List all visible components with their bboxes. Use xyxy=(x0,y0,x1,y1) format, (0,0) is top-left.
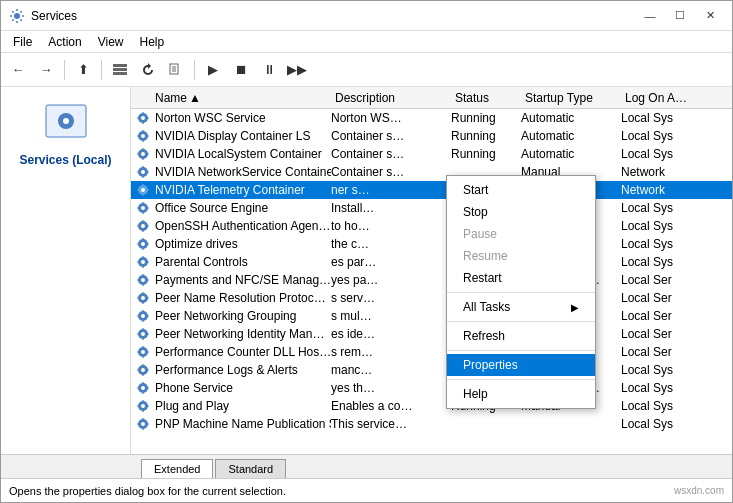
window-controls: — ☐ ✕ xyxy=(636,5,724,27)
service-icon xyxy=(135,326,151,342)
col-header-logon[interactable]: Log On A… xyxy=(625,91,705,105)
window-icon xyxy=(9,8,25,24)
stop-button[interactable]: ⏹ xyxy=(228,57,254,83)
col-header-status[interactable]: Status xyxy=(455,91,525,105)
table-row[interactable]: NVIDIA LocalSystem Container Container s… xyxy=(131,145,732,163)
sidebar: Services (Local) xyxy=(1,87,131,454)
table-row[interactable]: Norton WSC Service Norton WS… Running Au… xyxy=(131,109,732,127)
row-name-text: PNP Machine Name Publication Service xyxy=(155,417,331,431)
svg-point-26 xyxy=(141,242,145,246)
context-menu-item-label: Pause xyxy=(463,227,497,241)
minimize-button[interactable]: — xyxy=(636,5,664,27)
row-logon: Local Sys xyxy=(621,111,701,125)
table-row[interactable]: Phone Service yes th… Manual (Trig… Loca… xyxy=(131,379,732,397)
svg-point-12 xyxy=(141,116,145,120)
menu-help[interactable]: Help xyxy=(132,33,173,51)
col-desc-label: Description xyxy=(335,91,395,105)
service-icon xyxy=(135,272,151,288)
table-row[interactable]: Office Source Engine Install… Manual Loc… xyxy=(131,199,732,217)
row-logon: Local Sys xyxy=(621,417,701,431)
table-row[interactable]: NVIDIA NetworkService Container Containe… xyxy=(131,163,732,181)
export-button[interactable] xyxy=(163,57,189,83)
service-icon xyxy=(135,164,151,180)
status-bar: Opens the properties dialog box for the … xyxy=(1,478,732,502)
forward-button[interactable]: → xyxy=(33,57,59,83)
table-row[interactable]: Payments and NFC/SE Manag… yes pa… Runni… xyxy=(131,271,732,289)
context-menu-item-all-tasks[interactable]: All Tasks▶ xyxy=(447,296,595,318)
close-button[interactable]: ✕ xyxy=(696,5,724,27)
table-row[interactable]: Performance Counter DLL Hos… s rem… Manu… xyxy=(131,343,732,361)
context-menu-item-stop[interactable]: Stop xyxy=(447,201,595,223)
row-desc: s rem… xyxy=(331,345,451,359)
restart-button[interactable]: ▶▶ xyxy=(284,57,310,83)
row-status: Running xyxy=(451,147,521,161)
svg-point-22 xyxy=(141,206,145,210)
context-menu-separator xyxy=(447,379,595,380)
menu-action[interactable]: Action xyxy=(40,33,89,51)
row-logon: Local Ser xyxy=(621,327,701,341)
context-menu-item-help[interactable]: Help xyxy=(447,383,595,405)
back-button[interactable]: ← xyxy=(5,57,31,83)
toolbar: ← → ⬆ ▶ ⏹ ⏸ ▶▶ xyxy=(1,53,732,87)
maximize-button[interactable]: ☐ xyxy=(666,5,694,27)
row-logon: Local Sys xyxy=(621,255,701,269)
menu-file[interactable]: File xyxy=(5,33,40,51)
row-logon: Local Ser xyxy=(621,291,701,305)
svg-point-34 xyxy=(141,314,145,318)
row-logon: Local Sys xyxy=(621,129,701,143)
service-icon xyxy=(135,182,151,198)
row-name: PNP Machine Name Publication Service xyxy=(135,416,331,432)
table-row[interactable]: Peer Networking Grouping s mul… Manual L… xyxy=(131,307,732,325)
table-row[interactable]: Parental Controls es par… Manual Local S… xyxy=(131,253,732,271)
row-name: Peer Networking Identity Man… xyxy=(135,326,331,342)
row-desc: the c… xyxy=(331,237,451,251)
row-name: Parental Controls xyxy=(135,254,331,270)
row-logon: Local Sys xyxy=(621,237,701,251)
context-menu-item-label: All Tasks xyxy=(463,300,510,314)
tab-extended[interactable]: Extended xyxy=(141,459,213,478)
toolbar-sep-3 xyxy=(194,60,195,80)
row-name-text: Peer Name Resolution Protoc… xyxy=(155,291,326,305)
context-menu-separator xyxy=(447,350,595,351)
table-row[interactable]: NVIDIA Display Container LS Container s…… xyxy=(131,127,732,145)
table-row[interactable]: Peer Networking Identity Man… es ide… Ma… xyxy=(131,325,732,343)
context-menu-item-properties[interactable]: Properties xyxy=(447,354,595,376)
refresh-button[interactable] xyxy=(135,57,161,83)
svg-rect-2 xyxy=(113,68,127,71)
context-menu-item-label: Properties xyxy=(463,358,518,372)
table-row[interactable]: Peer Name Resolution Protoc… s serv… Man… xyxy=(131,289,732,307)
service-icon xyxy=(135,380,151,396)
tab-standard[interactable]: Standard xyxy=(215,459,286,478)
context-menu-item-refresh[interactable]: Refresh xyxy=(447,325,595,347)
row-name: NVIDIA Telemetry Container xyxy=(135,182,331,198)
row-desc: Norton WS… xyxy=(331,111,451,125)
table-row[interactable]: PNP Machine Name Publication Service Thi… xyxy=(131,415,732,433)
col-header-name[interactable]: Name ▲ xyxy=(135,91,335,105)
table-row[interactable]: Optimize drives the c… Manual Local Sys xyxy=(131,235,732,253)
table-row[interactable]: Performance Logs & Alerts manc… Manual L… xyxy=(131,361,732,379)
context-menu-item-label: Start xyxy=(463,183,488,197)
row-name: Phone Service xyxy=(135,380,331,396)
svg-point-42 xyxy=(141,386,145,390)
context-menu-item-start[interactable]: Start xyxy=(447,179,595,201)
play-button[interactable]: ▶ xyxy=(200,57,226,83)
show-hide-button[interactable] xyxy=(107,57,133,83)
row-name-text: Performance Logs & Alerts xyxy=(155,363,298,377)
table-header: Name ▲ Description Status Startup Type L… xyxy=(131,87,732,109)
row-status: Running xyxy=(451,129,521,143)
table-body[interactable]: Norton WSC Service Norton WS… Running Au… xyxy=(131,109,732,454)
menu-view[interactable]: View xyxy=(90,33,132,51)
table-row[interactable]: NVIDIA Telemetry Container ner s… Runnin… xyxy=(131,181,732,199)
table-row[interactable]: Plug and Play Enables a co… Running Manu… xyxy=(131,397,732,415)
col-header-startup[interactable]: Startup Type xyxy=(525,91,625,105)
service-icon xyxy=(135,344,151,360)
up-button[interactable]: ⬆ xyxy=(70,57,96,83)
pause-button[interactable]: ⏸ xyxy=(256,57,282,83)
row-startup: Automatic xyxy=(521,147,621,161)
context-menu-item-restart[interactable]: Restart xyxy=(447,267,595,289)
service-icon xyxy=(135,146,151,162)
svg-point-14 xyxy=(141,134,145,138)
col-header-desc[interactable]: Description xyxy=(335,91,455,105)
services-window: Services — ☐ ✕ File Action View Help ← →… xyxy=(0,0,733,503)
table-row[interactable]: OpenSSH Authentication Agen… to ho… Disa… xyxy=(131,217,732,235)
